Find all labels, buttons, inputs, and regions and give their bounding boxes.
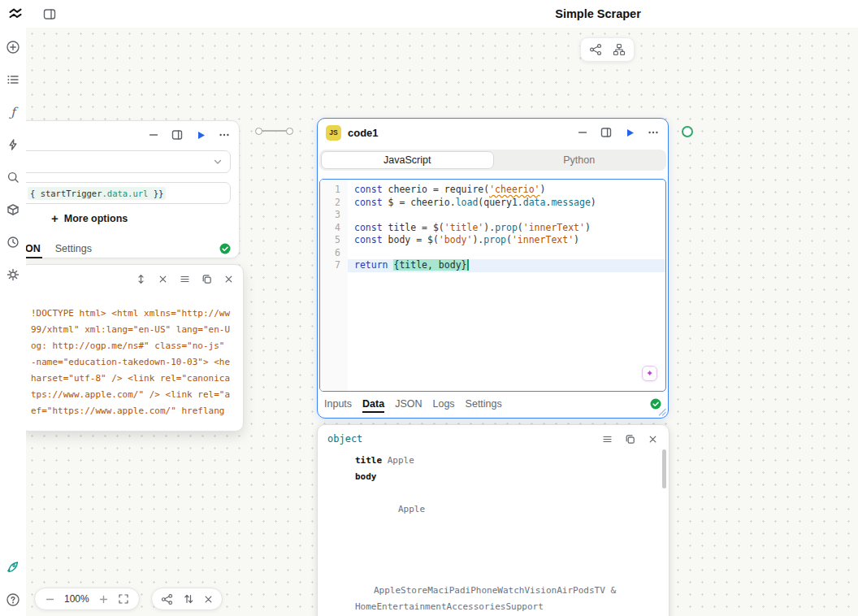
tab-data[interactable]: Data (362, 398, 384, 410)
open-panel-button[interactable] (171, 128, 184, 141)
history-button[interactable] (3, 232, 23, 252)
sort-order-button[interactable] (183, 593, 194, 605)
object-line: body (355, 469, 657, 485)
triggers-button[interactable] (3, 135, 23, 154)
function-icon: ƒ (11, 106, 15, 119)
play-icon (196, 130, 206, 141)
minimize-button[interactable] (147, 128, 160, 141)
minimize-button[interactable] (576, 126, 589, 139)
zoom-in-button[interactable] (98, 594, 109, 605)
more-dots-icon (648, 127, 659, 138)
search-icon (6, 171, 20, 184)
help-button[interactable] (3, 590, 23, 609)
object-line: Apple (355, 501, 657, 518)
fit-view-button[interactable] (118, 593, 129, 605)
tab-logs[interactable]: Logs (433, 398, 455, 410)
panel-toggle-icon (43, 8, 56, 20)
query-output-card[interactable]: !DOCTYPE html> <html xmlns="http://ww99/… (26, 264, 244, 432)
expand-vertical-icon (136, 274, 146, 284)
code-line[interactable]: 5const body = $('body').prop('innerText'… (320, 234, 665, 247)
app-logo[interactable] (6, 5, 24, 23)
run-node-button[interactable] (194, 128, 207, 141)
sidebar-toggle-button[interactable] (41, 5, 58, 23)
code-line[interactable]: 2const $ = cheerio.load(query1.data.mess… (320, 197, 665, 210)
resize-handle[interactable] (658, 408, 666, 416)
code-editor[interactable]: 1const cheerio = require('cheerio')2cons… (319, 179, 666, 392)
nodes-list-button[interactable] (3, 70, 23, 89)
data-result-panel[interactable]: object (317, 424, 670, 616)
tab-python[interactable]: Python (494, 151, 665, 169)
flow-icon (589, 43, 602, 56)
open-panel-button[interactable] (600, 126, 613, 139)
list-lines-icon (602, 434, 613, 445)
tab-javascript[interactable]: JavaScript (321, 151, 494, 169)
chevron-down-icon (213, 157, 223, 167)
dismiss-button[interactable] (156, 272, 169, 285)
raw-view-button[interactable] (600, 432, 613, 445)
tab-active-partial[interactable]: ON (26, 243, 41, 254)
object-line (355, 534, 657, 550)
layout-tree-icon (613, 43, 626, 56)
code-line[interactable]: 1const cheerio = require('cheerio') (320, 184, 665, 197)
code-lines: 1const cheerio = require('cheerio')2cons… (320, 180, 665, 272)
code-node[interactable]: JS code1 (317, 118, 669, 419)
node-menu-button[interactable] (647, 126, 660, 139)
auto-layout-button[interactable] (613, 43, 626, 56)
close-button[interactable] (646, 432, 659, 445)
package-icon (6, 203, 20, 216)
more-options-button[interactable]: + More options (51, 212, 128, 224)
code-line[interactable]: 3 (320, 209, 665, 222)
code-line[interactable]: 7return {title, body} (320, 259, 665, 272)
code-node-header: JS code1 (318, 119, 668, 146)
zoom-out-button[interactable] (45, 594, 55, 605)
code-node-output-port[interactable] (682, 126, 693, 137)
connections-view-button[interactable] (161, 593, 173, 605)
query-node[interactable]: { startTrigger.data.url }} + More option… (26, 120, 240, 258)
tab-settings[interactable]: Settings (55, 243, 92, 254)
tab-inputs[interactable]: Inputs (324, 398, 352, 410)
dock-panel-icon (600, 127, 612, 138)
output-line: !DOCTYPE html> <html xmlns="http://ww (31, 306, 238, 322)
sort-arrows-icon (183, 593, 194, 605)
search-button[interactable] (3, 167, 23, 187)
node-menu-button[interactable] (218, 128, 231, 141)
scrollbar-thumb[interactable] (662, 449, 666, 488)
code-line[interactable]: 4const title = $('title').prop('innerTex… (320, 222, 665, 235)
code-node-title: code1 (348, 127, 379, 139)
close-button[interactable] (222, 272, 235, 285)
tab-settings[interactable]: Settings (466, 398, 502, 410)
edge-end-port[interactable] (286, 128, 293, 135)
http-output-lines: !DOCTYPE html> <html xmlns="http://ww99/… (31, 306, 238, 426)
output-line: -name="education-takedown-10-03"> <he (31, 354, 238, 371)
settings-button[interactable] (3, 265, 23, 284)
raw-view-button[interactable] (178, 272, 191, 285)
object-line (355, 485, 657, 501)
functions-button[interactable]: ƒ (3, 102, 23, 122)
clock-history-icon (6, 236, 20, 249)
method-select[interactable] (26, 150, 231, 173)
collapse-all-button[interactable] (204, 595, 213, 604)
deploy-button[interactable] (3, 557, 23, 577)
x-icon (158, 275, 167, 284)
run-node-button[interactable] (623, 126, 636, 139)
ai-assist-button[interactable]: ✦ (642, 366, 657, 381)
query-node-tabs: ON Settings (26, 238, 231, 259)
url-input[interactable]: { startTrigger.data.url }} (26, 182, 231, 204)
collapse-icon (204, 595, 213, 604)
connections-view-button[interactable] (589, 43, 602, 56)
play-icon (625, 128, 635, 138)
object-line: AppleStoreMaciPadiPhoneWatchVisionAirPod… (355, 583, 657, 599)
copy-button[interactable] (200, 272, 213, 285)
packages-button[interactable] (3, 200, 23, 219)
zoom-level[interactable]: 100% (64, 593, 89, 605)
workflow-canvas[interactable]: { startTrigger.data.url }} + More option… (26, 28, 858, 616)
more-dots-icon (219, 129, 230, 141)
canvas-toolbar (580, 37, 635, 62)
add-node-button[interactable] (3, 37, 23, 57)
edge-start-port[interactable] (255, 128, 262, 135)
code-line[interactable]: 6 (320, 247, 665, 260)
expand-button[interactable] (134, 272, 147, 285)
minus-icon (45, 594, 55, 605)
copy-button[interactable] (623, 432, 636, 445)
tab-json[interactable]: JSON (395, 398, 422, 410)
